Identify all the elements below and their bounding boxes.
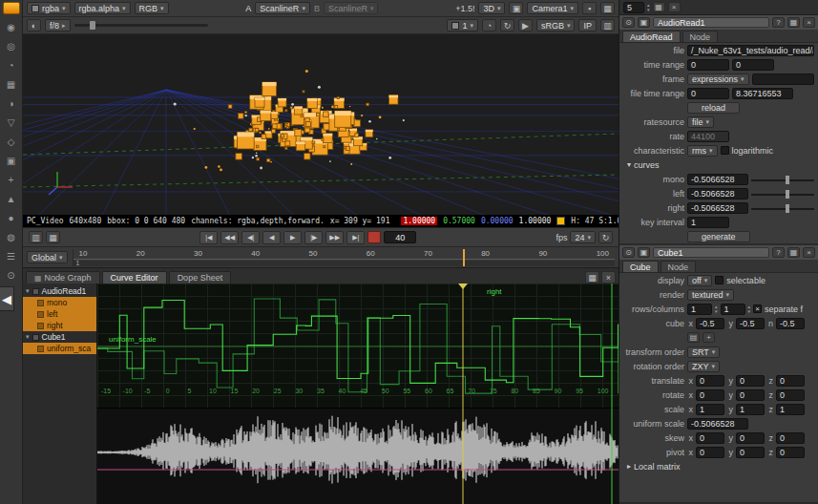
audioread-panel-title[interactable]: AudioRead1 [653,17,769,28]
right-slider-handle[interactable] [786,204,789,213]
clear-panels-icon[interactable]: × [668,2,681,12]
fstop-control[interactable]: f/8 ▸ [45,19,71,32]
reload-button[interactable]: reload [687,102,740,114]
pivot-z-field[interactable]: 0 [776,447,805,458]
transform-order-select[interactable]: SRT ▾ [687,346,720,358]
help-icon[interactable]: ? [772,17,785,28]
right-field[interactable]: -0.5066528 [687,202,748,214]
color-node-icon[interactable]: ◑ [4,97,19,110]
stepper-down-icon[interactable]: ▾ [647,8,650,12]
columns-field[interactable]: 1 [721,304,745,315]
tree-node-cube[interactable]: ▾ Cube1 [23,331,96,343]
selectable-checkbox[interactable] [715,276,724,284]
time-node-icon[interactable]: ◔ [4,59,19,72]
curves-group-row[interactable]: ▾ curves [619,158,818,172]
render-select[interactable]: textured ▾ [687,289,734,301]
draw-node-icon[interactable]: ◎ [4,40,19,52]
go-to-start-button[interactable]: |◀ [199,231,218,244]
rotate-x-field[interactable]: 0 [696,389,724,401]
next-frame-button[interactable]: |▶ [304,231,323,244]
pivot-x-field[interactable]: 0 [696,447,724,458]
tree-item-uniform-scale[interactable]: uniform_sca [23,343,96,354]
node-color-icon[interactable]: ⊙ [622,17,635,28]
tab-node[interactable]: Node [661,261,697,272]
deep-node-icon[interactable]: ◍ [4,231,19,243]
tab-cube[interactable]: Cube [622,261,659,272]
input-b-select[interactable]: ScanlineR ▾ [324,2,379,14]
stepper-icon[interactable]: ▴▾ [715,304,718,314]
left-field[interactable]: -0.5066528 [687,188,748,200]
mono-slider[interactable] [751,175,814,184]
help-icon[interactable]: ? [772,247,785,258]
viewer-settings-icon[interactable]: ▦ [600,2,615,14]
time-range-end-field[interactable]: 0 [732,59,774,71]
rotate-z-field[interactable]: 0 [776,389,805,401]
scale-x-field[interactable]: 1 [696,404,724,415]
close-panel-icon[interactable]: × [803,17,815,28]
max-panels-field[interactable]: 5 [623,2,644,13]
frame-mode-select[interactable]: expressions ▾ [687,74,749,85]
logarithmic-checkbox[interactable] [721,146,729,155]
mask-overlay-icon[interactable]: ▥ [600,19,615,32]
stepper-icon[interactable]: ▴ ▾ [647,3,650,12]
snap-menu-icon[interactable]: + [703,332,715,343]
panel-close-icon[interactable]: × [601,271,616,284]
views-node-icon[interactable]: ☰ [4,250,19,262]
center-node-icon[interactable]: ▣ [638,17,650,28]
input-process-toggle[interactable]: IP [578,19,597,32]
alpha-select[interactable]: rgba.alpha ▾ [74,2,131,14]
skew-x-field[interactable]: 0 [696,432,724,444]
other-node-icon[interactable]: ⊙ [4,269,19,282]
stepper-icon[interactable]: ▴▾ [748,304,751,314]
rotate-y-field[interactable]: 0 [736,389,765,401]
filter-node-icon[interactable]: ▽ [4,116,19,129]
pivot-y-field[interactable]: 0 [736,447,765,458]
cube-n-field[interactable]: -0.5 [776,318,805,329]
merge-node-icon[interactable]: ▣ [4,155,19,167]
tab-node[interactable]: Node [682,31,719,42]
downrez-select[interactable]: 1 ▾ [447,19,478,32]
gain-slider[interactable] [74,24,208,27]
tree-item-left[interactable]: left [23,308,96,320]
tab-node-graph[interactable]: ▦ Node Graph [26,271,100,284]
tab-dope-sheet[interactable]: Dope Sheet [169,271,232,284]
gain-slider-handle[interactable] [90,21,95,30]
play-backward-fast-button[interactable]: ◀◀ [220,231,239,244]
rotation-order-select[interactable]: ZXY ▾ [687,361,720,372]
3d-node-icon[interactable]: ▲ [4,193,19,205]
audio-monitor-icon[interactable]: ▥ [29,231,43,243]
scale-y-field[interactable]: 1 [736,404,765,415]
transform-node-icon[interactable]: + [4,174,19,186]
close-panel-icon[interactable]: × [803,247,815,258]
local-matrix-row[interactable]: ▸ Local matrix [619,459,818,473]
nuke-logo-icon[interactable] [3,2,20,14]
refresh-icon[interactable]: ↻ [500,19,514,32]
right-slider[interactable] [751,203,814,213]
curve-editor-canvas[interactable]: right uniform_scale -15-10-5051015202530… [97,284,619,409]
scale-z-field[interactable]: 1 [776,404,805,415]
characteristic-select[interactable]: rms ▾ [687,145,718,157]
view-mode-select[interactable]: 3D ▾ [478,2,505,14]
display-select[interactable]: off ▾ [687,275,712,286]
separate-checkbox[interactable]: × [753,304,762,313]
translate-x-field[interactable]: 0 [696,375,724,387]
pin-panels-icon[interactable]: ▦ [653,2,665,12]
timeline-ruler[interactable]: 102030405060708090100 1 [73,249,615,266]
tab-audioread[interactable]: AudioRead [622,31,681,42]
float-panel-icon[interactable]: ▦ [787,247,800,258]
previous-frame-button[interactable]: ◀| [241,231,260,244]
go-to-end-button[interactable]: ▶| [346,231,365,244]
flipbook-icon[interactable]: ▦ [46,231,60,243]
frame-range-select[interactable]: Global ▾ [27,251,68,263]
cube-panel-title[interactable]: Cube1 [653,247,769,258]
float-panel-icon[interactable]: ▦ [787,17,800,28]
viewer-3d-viewport[interactable] [23,34,619,215]
current-frame-field[interactable]: 40 [384,231,416,243]
play-forward-fast-button[interactable]: ▶▶ [325,231,344,244]
file-input[interactable]: /_Nuke_63v1_tests/audio_read/audio_co [687,45,814,56]
keyer-node-icon[interactable]: ◇ [4,136,19,148]
left-slider-handle[interactable] [786,190,789,199]
image-node-icon[interactable]: ◉ [4,21,19,33]
channel-node-icon[interactable]: ▦ [4,78,19,91]
camera-icon[interactable]: ▣ [509,2,523,14]
